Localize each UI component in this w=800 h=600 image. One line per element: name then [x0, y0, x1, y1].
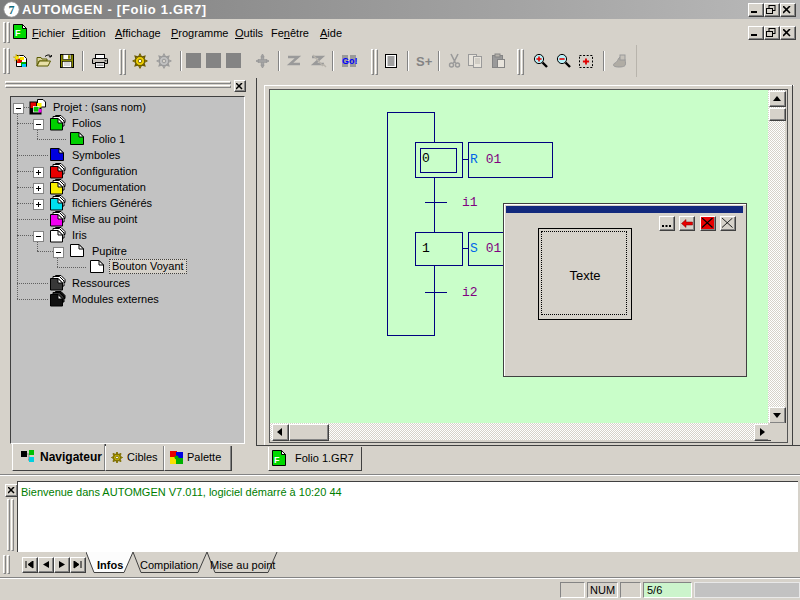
svg-text:Go!: Go!: [342, 56, 358, 66]
svg-text:7: 7: [9, 3, 15, 17]
svg-text:F: F: [274, 455, 280, 465]
svg-text:F: F: [15, 28, 21, 38]
